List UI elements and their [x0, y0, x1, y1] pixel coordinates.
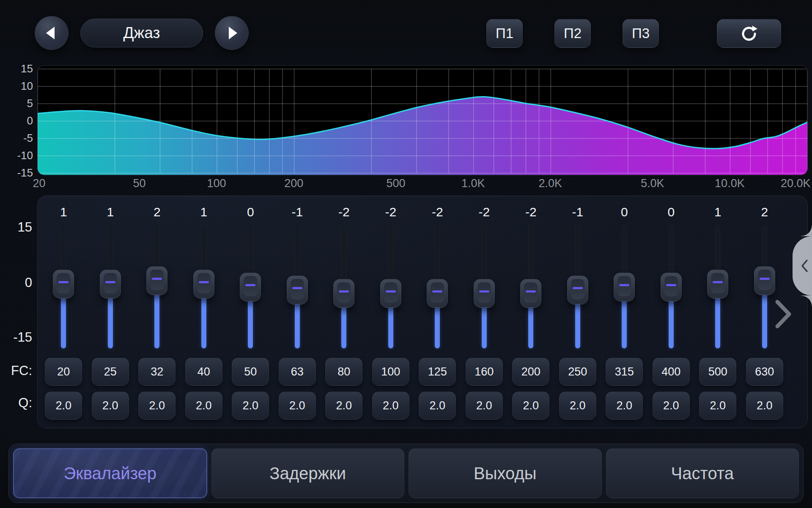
- slider-thumb[interactable]: [287, 276, 308, 304]
- slider-thumb[interactable]: [754, 266, 775, 295]
- band-q-button[interactable]: 2.0: [466, 392, 503, 420]
- graph-frequency-tick: 100: [207, 177, 226, 190]
- band-fc-button[interactable]: 200: [512, 358, 549, 386]
- preset-next-button[interactable]: [215, 16, 249, 50]
- slider-thumb[interactable]: [520, 279, 541, 308]
- slider-thumb[interactable]: [53, 270, 74, 298]
- band-slider[interactable]: [194, 225, 214, 348]
- graph-frequency-tick: 500: [387, 177, 406, 190]
- graph-frequency-tick: 2.0K: [539, 177, 562, 190]
- band-slider[interactable]: [381, 225, 401, 348]
- band-fc-button[interactable]: 315: [606, 358, 643, 386]
- slider-thumb[interactable]: [474, 279, 495, 308]
- slider-thumb[interactable]: [380, 279, 401, 308]
- band-q-button[interactable]: 2.0: [232, 392, 269, 420]
- graph-frequency-tick: 20.0K: [781, 177, 811, 190]
- memory-button-p3[interactable]: П3: [623, 19, 659, 48]
- band-slider[interactable]: [568, 225, 588, 348]
- thumb-dash-icon: [58, 281, 69, 283]
- slider-thumb[interactable]: [661, 273, 682, 301]
- band-slider[interactable]: [240, 225, 261, 348]
- memory-preset-buttons: П1П2П3: [486, 19, 659, 47]
- q-row-label: Q:: [0, 395, 32, 411]
- slider-fill: [154, 293, 159, 348]
- tab-equalizer[interactable]: Эквалайзер: [13, 448, 207, 498]
- band-gain-value: 0: [247, 203, 254, 221]
- band-fc-button[interactable]: 125: [419, 358, 456, 386]
- frequency-response-panel: [37, 65, 808, 175]
- band-q-button[interactable]: 2.0: [419, 392, 456, 420]
- reset-button[interactable]: [717, 19, 781, 48]
- eq-band: -2 125 2.0: [414, 203, 461, 428]
- preset-prev-button[interactable]: [35, 16, 69, 50]
- band-fc-button[interactable]: 160: [466, 358, 503, 386]
- slider-thumb[interactable]: [333, 279, 354, 308]
- band-slider[interactable]: [53, 225, 74, 348]
- slider-thumb[interactable]: [567, 276, 588, 304]
- slider-thumb[interactable]: [240, 273, 261, 301]
- band-slider[interactable]: [754, 225, 775, 348]
- band-q-button[interactable]: 2.0: [512, 392, 549, 420]
- memory-button-p2[interactable]: П2: [554, 19, 591, 48]
- band-fc-button[interactable]: 250: [559, 358, 596, 386]
- slider-fill: [295, 302, 300, 348]
- slider-fill: [669, 299, 674, 348]
- thumb-dash-icon: [386, 290, 396, 293]
- eq-band: 0 400 2.0: [648, 203, 695, 428]
- preset-selector[interactable]: Джаз: [80, 19, 203, 47]
- band-fc-button[interactable]: 32: [138, 358, 176, 386]
- band-fc-button[interactable]: 100: [372, 358, 409, 386]
- band-fc-button[interactable]: 400: [653, 358, 690, 386]
- slider-fill: [341, 306, 346, 348]
- band-q-button[interactable]: 2.0: [699, 392, 736, 420]
- band-slider[interactable]: [147, 225, 167, 348]
- graph-db-tick: 15: [0, 62, 33, 75]
- band-slider[interactable]: [661, 225, 681, 348]
- band-gain-value: -2: [478, 203, 490, 221]
- slider-thumb[interactable]: [614, 273, 635, 301]
- tab-outputs[interactable]: Выходы: [409, 448, 602, 498]
- memory-button-p1[interactable]: П1: [486, 19, 523, 48]
- band-q-button[interactable]: 2.0: [185, 392, 222, 420]
- slider-thumb[interactable]: [193, 270, 214, 298]
- band-q-button[interactable]: 2.0: [746, 392, 783, 420]
- band-q-button[interactable]: 2.0: [325, 392, 362, 420]
- slider-thumb[interactable]: [427, 279, 448, 308]
- band-fc-button[interactable]: 500: [699, 358, 736, 386]
- side-drawer-handle[interactable]: [793, 236, 812, 295]
- slider-thumb[interactable]: [146, 266, 167, 295]
- scroll-bands-right-button[interactable]: [774, 299, 793, 329]
- band-fc-button[interactable]: 20: [45, 358, 82, 386]
- band-fc-button[interactable]: 50: [232, 358, 269, 386]
- band-q-button[interactable]: 2.0: [45, 392, 82, 420]
- band-slider[interactable]: [334, 225, 354, 348]
- band-slider[interactable]: [287, 225, 307, 348]
- band-slider[interactable]: [708, 225, 728, 348]
- band-gain-value: 2: [761, 203, 768, 221]
- band-fc-button[interactable]: 25: [92, 358, 129, 386]
- band-q-button[interactable]: 2.0: [606, 392, 643, 420]
- band-q-button[interactable]: 2.0: [138, 392, 176, 420]
- thumb-dash-icon: [619, 284, 629, 286]
- band-slider[interactable]: [474, 225, 494, 348]
- band-q-button[interactable]: 2.0: [559, 392, 596, 420]
- band-q-button[interactable]: 2.0: [279, 392, 316, 420]
- thumb-dash-icon: [713, 281, 723, 283]
- band-fc-button[interactable]: 80: [325, 358, 362, 386]
- eq-band: -1 250 2.0: [554, 203, 601, 428]
- slider-thumb[interactable]: [707, 270, 728, 298]
- band-slider[interactable]: [521, 225, 541, 348]
- band-fc-button[interactable]: 63: [279, 358, 316, 386]
- slider-thumb[interactable]: [100, 270, 121, 298]
- band-q-button[interactable]: 2.0: [372, 392, 409, 420]
- band-slider[interactable]: [427, 225, 447, 348]
- band-slider[interactable]: [614, 225, 634, 348]
- band-slider[interactable]: [100, 225, 121, 348]
- band-fc-button[interactable]: 630: [746, 358, 783, 386]
- tab-frequency[interactable]: Частота: [606, 448, 799, 498]
- tab-delays[interactable]: Задержки: [211, 448, 405, 498]
- band-q-button[interactable]: 2.0: [92, 392, 129, 420]
- band-q-button[interactable]: 2.0: [653, 392, 690, 420]
- triangle-right-icon: [223, 25, 240, 41]
- band-fc-button[interactable]: 40: [185, 358, 222, 386]
